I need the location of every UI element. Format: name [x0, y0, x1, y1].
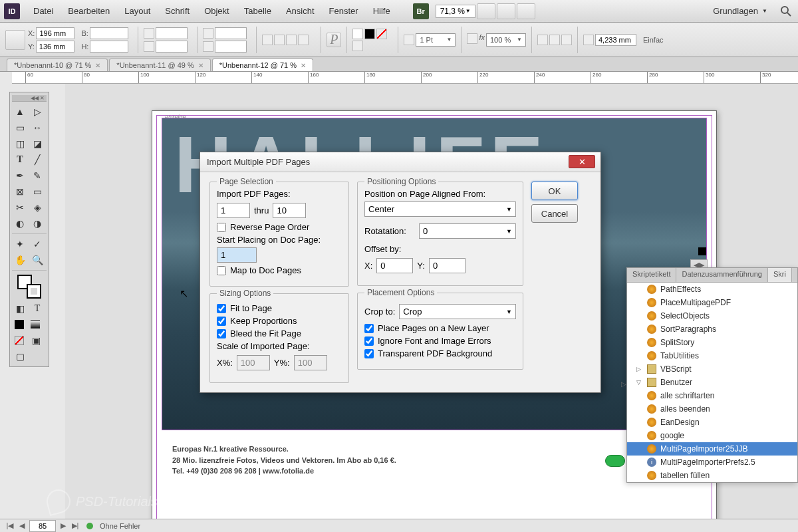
prev-page-icon[interactable]: ◀ [17, 521, 27, 530]
line-tool-icon[interactable]: ╱ [29, 152, 45, 167]
menu-objekt[interactable]: Objekt [198, 3, 236, 19]
fill-stroke-icon[interactable] [17, 275, 41, 299]
position-select[interactable]: Center▼ [364, 201, 516, 217]
script-item[interactable]: alles beenden [627, 402, 797, 416]
map-pages-checkbox[interactable]: Map to Doc Pages [217, 265, 342, 275]
menu-fenster[interactable]: Fenster [323, 3, 365, 19]
shear-field[interactable] [215, 41, 247, 53]
offset-x-field[interactable] [376, 258, 413, 273]
rectangle-frame-tool-icon[interactable]: ⊠ [12, 184, 28, 199]
flip-h-icon[interactable] [262, 35, 273, 45]
dialog-titlebar[interactable]: Import Multiple PDF Pages ✕ [200, 152, 600, 172]
menu-ansicht[interactable]: Ansicht [279, 3, 321, 19]
preflight-status-icon[interactable] [86, 523, 93, 529]
script-item[interactable]: SplitStory [627, 336, 797, 349]
eyedropper-tool-icon[interactable]: ✓ [29, 237, 45, 251]
panel-collapse-icon[interactable]: ▷ [621, 380, 626, 388]
close-icon[interactable]: ✕ [95, 62, 100, 69]
close-icon[interactable]: ✕ [198, 62, 203, 69]
corner-options-icon[interactable] [583, 35, 594, 45]
close-icon[interactable]: ✕ [301, 62, 306, 69]
selection-tool-icon[interactable]: ▲ [12, 104, 28, 119]
flip-v-icon[interactable] [274, 35, 285, 45]
menu-layout[interactable]: Layout [118, 3, 157, 19]
menu-bearbeiten[interactable]: Bearbeiten [61, 3, 116, 19]
offset-y-field[interactable] [429, 258, 466, 273]
script-item[interactable]: MultiPageImporter25JJB [627, 442, 797, 456]
page-tool-icon[interactable]: ▭ [12, 120, 28, 135]
arrange-icon[interactable] [517, 3, 535, 19]
page-to-field[interactable] [273, 203, 306, 218]
start-page-field[interactable] [217, 247, 257, 263]
menu-tabelle[interactable]: Tabelle [237, 3, 278, 19]
text-wrap-shape-icon[interactable] [561, 35, 572, 45]
hand-tool-icon[interactable]: ✋ [12, 253, 28, 267]
doc-tab-1[interactable]: *Unbenannt-11 @ 49 %✕ [109, 59, 210, 71]
rotate-field[interactable] [215, 27, 247, 39]
doc-tab-2[interactable]: *Unbenannt-12 @ 71 %✕ [212, 59, 313, 71]
free-transform-tool-icon[interactable]: ◈ [29, 200, 45, 215]
pencil-tool-icon[interactable]: ✎ [29, 168, 45, 183]
bridge-icon[interactable]: Br [413, 3, 429, 19]
scale-y-icon[interactable] [144, 41, 154, 52]
panel-tab-daten[interactable]: Datenzusammenführung [676, 268, 767, 282]
reverse-order-checkbox[interactable]: Reverse Page Order [217, 222, 342, 232]
transparent-bg-checkbox[interactable]: Transparent PDF Background [364, 348, 516, 358]
note-tool-icon[interactable]: ✦ [12, 237, 28, 251]
menu-datei[interactable]: Datei [27, 3, 60, 19]
content-placer-icon[interactable]: ◪ [29, 136, 45, 151]
apply-none-icon[interactable] [15, 336, 24, 345]
doc-tab-0[interactable]: *Unbenannt-10 @ 71 %✕ [7, 59, 108, 71]
crop-select[interactable]: Crop▼ [399, 304, 516, 319]
script-item[interactable]: TabUtilities [627, 349, 797, 362]
text-wrap-none-icon[interactable] [537, 35, 548, 45]
panel-tab-skripte[interactable]: Skri [768, 268, 792, 282]
stroke-weight-icon[interactable] [404, 35, 414, 45]
opacity-field[interactable]: 100 %▼ [486, 33, 526, 47]
rotate-ccw-icon[interactable] [298, 35, 309, 45]
ruler-horizontal[interactable]: 6080100120140160180200220240260280300320 [12, 72, 798, 84]
fit-page-checkbox[interactable]: Fit to Page [217, 303, 342, 313]
menu-schrift[interactable]: Schrift [158, 3, 196, 19]
cancel-button[interactable]: Cancel [531, 204, 578, 223]
shear-icon[interactable] [203, 41, 213, 52]
zoom-level[interactable]: 71,3 %▼ [436, 5, 475, 18]
script-item[interactable]: SelectObjects [627, 309, 797, 323]
first-page-icon[interactable]: |◀ [5, 521, 15, 530]
script-item[interactable]: iMultiPageImporterPrefs2.5 [627, 456, 797, 469]
page-navigator[interactable]: |◀ ◀ ▶ ▶| [5, 520, 80, 532]
scale-y-field[interactable] [156, 41, 188, 53]
scissors-tool-icon[interactable]: ✂ [12, 200, 28, 215]
workspace-selector[interactable]: Grundlagen▼ [708, 5, 773, 17]
rotate-cw-icon[interactable] [286, 35, 297, 45]
panel-tab-skriptetikett[interactable]: Skriptetikett [627, 268, 676, 282]
format-text-icon[interactable]: T [29, 301, 45, 316]
fill-none-icon[interactable] [376, 29, 387, 39]
apply-gradient-icon[interactable] [31, 320, 40, 329]
stroke-swatch-icon[interactable] [364, 29, 375, 39]
next-page-icon[interactable]: ▶ [59, 521, 68, 530]
corner-radius-field[interactable] [595, 34, 636, 46]
x-field[interactable] [36, 27, 74, 39]
script-item[interactable]: EanDesign [627, 416, 797, 429]
effects-icon[interactable] [467, 33, 477, 44]
screen-mode-icon[interactable] [497, 3, 515, 19]
pen-tool-icon[interactable]: ✒ [12, 168, 28, 183]
ignore-errors-checkbox[interactable]: Ignore Font and Image Errors [364, 336, 516, 346]
script-item[interactable]: PlaceMultipagePDF [627, 296, 797, 309]
preflight-indicator-icon[interactable] [605, 455, 625, 467]
ok-button[interactable]: OK [531, 182, 578, 200]
w-field[interactable] [90, 27, 128, 39]
type-tool-icon[interactable]: T [12, 152, 28, 167]
reference-point-icon[interactable] [5, 30, 25, 50]
rotation-select[interactable]: 0▼ [419, 223, 516, 239]
text-wrap-bbox-icon[interactable] [549, 35, 560, 45]
y-field[interactable] [36, 41, 74, 53]
view-options-icon[interactable] [477, 3, 495, 19]
scale-x-field[interactable] [156, 27, 188, 39]
search-icon[interactable] [778, 3, 794, 19]
toolbox-collapse-icon[interactable]: ◀◀ ✕ [12, 95, 47, 102]
zoom-tool-icon[interactable]: 🔍 [29, 253, 45, 267]
stroke-weight-field[interactable]: 1 Pt▼ [416, 33, 456, 47]
content-collector-icon[interactable]: ◫ [12, 136, 28, 151]
